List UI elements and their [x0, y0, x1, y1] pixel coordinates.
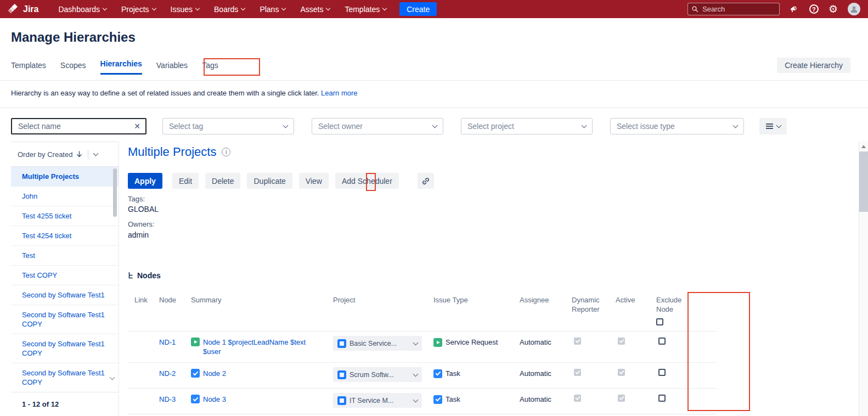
- create-button[interactable]: Create: [399, 2, 437, 16]
- project-filter-select[interactable]: Select project: [461, 118, 593, 134]
- nodes-table-header: LinkNodeSummaryProjectIssue TypeAssignee…: [128, 289, 717, 331]
- exclude-node-checkbox[interactable]: [658, 395, 666, 402]
- page-description: Hierarchy is an easy way to define a set…: [11, 89, 358, 97]
- owner-filter-select[interactable]: Select owner: [312, 118, 443, 134]
- hierarchy-list-item[interactable]: Second by Software Test1: [11, 285, 119, 305]
- tab-tags[interactable]: Tags: [202, 61, 218, 75]
- copy-link-button[interactable]: [418, 173, 434, 189]
- add-scheduler-button[interactable]: Add Scheduler: [335, 173, 399, 189]
- node-summary-link[interactable]: Node 3: [203, 395, 226, 404]
- hierarchy-list-item[interactable]: Second by Software Test1 COPY: [11, 305, 119, 334]
- project-avatar-icon: [337, 370, 346, 379]
- project-dropdown[interactable]: Scrum Softw...: [333, 367, 422, 382]
- name-filter-input[interactable]: [17, 121, 134, 131]
- manage-hierarchies-page: Jira DashboardsProjectsIssuesBoardsPlans…: [0, 0, 868, 416]
- megaphone-icon[interactable]: [790, 5, 799, 14]
- hierarchy-list-item[interactable]: Test: [11, 246, 119, 266]
- node-key-link[interactable]: ND-1: [159, 338, 176, 346]
- chevron-down-icon: [413, 371, 419, 376]
- search-box[interactable]: [687, 3, 780, 15]
- hierarchy-list-item[interactable]: Second by Software Test1 COPY: [11, 334, 119, 363]
- name-filter: ✕: [11, 118, 146, 134]
- nav-item-issues[interactable]: Issues: [171, 5, 199, 14]
- learn-more-link[interactable]: Learn more: [321, 89, 357, 97]
- owner-filter-placeholder: Select owner: [318, 122, 433, 131]
- duplicate-button[interactable]: Duplicate: [247, 173, 292, 189]
- tab-variables[interactable]: Variables: [156, 61, 188, 75]
- node-summary-link[interactable]: Node 1 $projectLeadName $text $user: [203, 338, 319, 356]
- nav-item-dashboards[interactable]: Dashboards: [58, 5, 106, 14]
- hierarchy-list-item[interactable]: Multiple Projects: [11, 167, 119, 187]
- gear-icon[interactable]: ⚙: [828, 4, 838, 14]
- jira-logo-icon: [8, 3, 19, 15]
- exclude-node-checkbox[interactable]: [658, 369, 666, 376]
- tags-value: GLOBAL: [128, 205, 159, 213]
- project-dropdown-value: Scrum Softw...: [350, 371, 410, 379]
- hierarchy-list-item[interactable]: Second by Software Test1 COPY: [11, 363, 119, 392]
- order-by-control[interactable]: Order by Created: [11, 142, 119, 167]
- divider: [0, 80, 868, 81]
- service-request-icon: [191, 338, 200, 346]
- hierarchy-list-item[interactable]: Test COPY: [11, 266, 119, 285]
- project-dropdown[interactable]: Basic Service...: [333, 336, 422, 351]
- list-actions-button[interactable]: [759, 118, 787, 134]
- issue-type-value: Task: [446, 395, 460, 404]
- info-icon[interactable]: i: [222, 148, 230, 156]
- page-scrollbar[interactable]: [859, 142, 868, 416]
- task-icon: [433, 395, 442, 404]
- nav-item-projects[interactable]: Projects: [121, 5, 156, 14]
- issue-type-value: Service Request: [446, 338, 498, 347]
- dynamic-reporter-checkbox: [574, 395, 581, 402]
- tag-filter-placeholder: Select tag: [169, 122, 284, 131]
- project-dropdown[interactable]: IT Service M...: [333, 393, 422, 408]
- tab-scopes[interactable]: Scopes: [60, 61, 86, 75]
- nav-item-templates[interactable]: Templates: [345, 5, 386, 14]
- issue-type-filter-select[interactable]: Select issue type: [610, 118, 744, 134]
- tab-templates[interactable]: Templates: [11, 61, 46, 75]
- apply-button[interactable]: Apply: [128, 173, 162, 189]
- scrollbar-thumb[interactable]: [859, 151, 868, 212]
- node-key-link[interactable]: ND-2: [159, 369, 176, 378]
- page-title: Manage Hierarchies: [11, 30, 136, 45]
- hamburger-icon: [766, 122, 773, 130]
- tag-filter-select[interactable]: Select tag: [162, 118, 294, 134]
- view-button[interactable]: View: [299, 173, 329, 189]
- issue-type-value: Task: [446, 369, 460, 378]
- active-checkbox: [618, 395, 625, 402]
- hierarchy-sidebar: Order by Created Multiple ProjectsJohnTe…: [11, 142, 119, 416]
- chevron-down-icon[interactable]: [93, 151, 99, 156]
- user-avatar[interactable]: [848, 3, 860, 15]
- nav-item-assets[interactable]: Assets: [300, 5, 330, 14]
- col-header-summary: Summary: [191, 295, 333, 305]
- node-summary-link[interactable]: Node 2: [203, 369, 226, 378]
- chevron-down-icon: [195, 6, 200, 10]
- clear-icon[interactable]: ✕: [134, 122, 140, 130]
- help-icon[interactable]: ?: [809, 4, 819, 14]
- project-dropdown-value: Basic Service...: [350, 340, 410, 347]
- scroll-up-arrow[interactable]: [861, 145, 866, 148]
- nodes-heading: Nodes: [128, 271, 161, 280]
- jira-logo[interactable]: Jira: [8, 3, 38, 15]
- detail-title-row: Multiple Projects i: [128, 145, 230, 159]
- nav-item-boards[interactable]: Boards: [214, 5, 245, 14]
- hierarchy-list-item[interactable]: Test 4255 ticket: [11, 206, 119, 226]
- hierarchy-list-item[interactable]: Test 4254 ticket: [11, 226, 119, 246]
- node-key-link[interactable]: ND-3: [159, 395, 176, 403]
- nav-item-plans[interactable]: Plans: [260, 5, 285, 14]
- project-avatar-icon: [337, 339, 346, 348]
- col-header-assignee: Assignee: [520, 295, 572, 305]
- tags-label: Tags:: [128, 195, 145, 203]
- search-input[interactable]: [701, 4, 775, 14]
- exclude-node-checkbox[interactable]: [658, 338, 666, 345]
- person-icon: [850, 5, 858, 13]
- hierarchy-list-item[interactable]: John: [11, 187, 119, 206]
- delete-button[interactable]: Delete: [205, 173, 240, 189]
- edit-button[interactable]: Edit: [172, 173, 199, 189]
- sidebar-scrollbar[interactable]: [113, 168, 117, 217]
- exclude-all-checkbox[interactable]: [656, 318, 663, 325]
- tab-hierarchies[interactable]: Hierarchies: [100, 59, 142, 75]
- create-hierarchy-button[interactable]: Create Hierarchy: [777, 58, 850, 73]
- project-filter-placeholder: Select project: [467, 122, 582, 131]
- chevron-down-icon: [103, 6, 107, 10]
- search-icon: [692, 5, 698, 13]
